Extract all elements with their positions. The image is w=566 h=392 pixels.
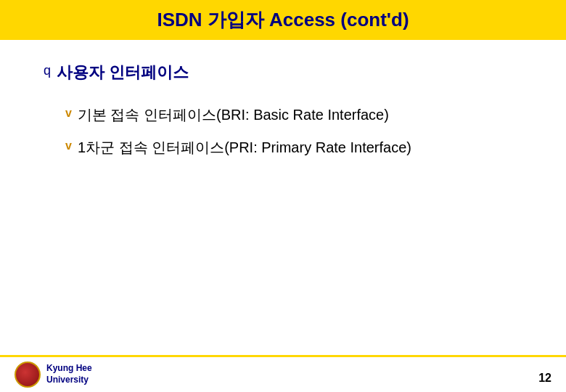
university-logo (15, 362, 41, 388)
sub-bullets-container: v 기본 접속 인터페이스(BRI: Basic Rate Interface)… (44, 105, 522, 158)
footer: Kyung Hee University 12 (0, 355, 566, 392)
main-bullet-text: 사용자 인터페이스 (57, 62, 189, 83)
slide: ISDN 가입자 Access (cont'd) q 사용자 인터페이스 v 기… (0, 0, 566, 392)
sub-bullet-text-2: 1차군 접속 인터페이스(PRI: Primary Rate Interface… (78, 138, 411, 158)
page-number: 12 (538, 372, 551, 385)
logo-area: Kyung Hee University (15, 362, 92, 388)
sub-bullet-icon-1: v (65, 107, 72, 120)
sub-bullet-icon-2: v (65, 139, 72, 152)
sub-bullet-1: v 기본 접속 인터페이스(BRI: Basic Rate Interface) (65, 105, 522, 125)
sub-bullet-2: v 1차군 접속 인터페이스(PRI: Primary Rate Interfa… (65, 138, 522, 158)
title-bar: ISDN 가입자 Access (cont'd) (0, 0, 566, 40)
university-name: Kyung Hee University (46, 363, 92, 385)
sub-bullet-text-1: 기본 접속 인터페이스(BRI: Basic Rate Interface) (78, 105, 389, 125)
main-bullet-icon: q (44, 63, 51, 78)
slide-title: ISDN 가입자 Access (cont'd) (157, 9, 409, 30)
main-bullet: q 사용자 인터페이스 (44, 62, 522, 83)
content-area: q 사용자 인터페이스 v 기본 접속 인터페이스(BRI: Basic Rat… (0, 40, 566, 392)
